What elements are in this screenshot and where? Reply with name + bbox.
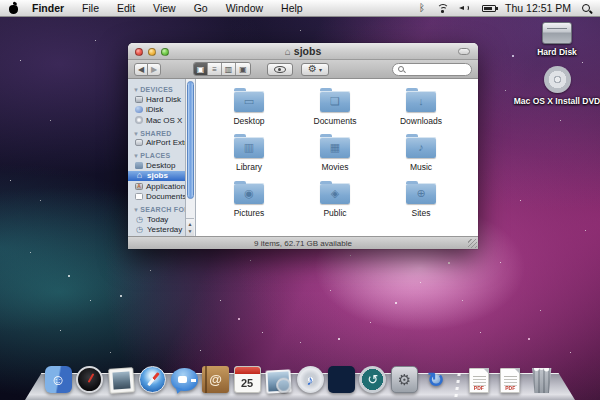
desktop-icon-label: Hard Disk — [537, 47, 577, 57]
dock-item-time-machine[interactable]: ↺ — [359, 365, 387, 393]
sidebar-item-desktop[interactable]: Desktop — [132, 160, 185, 171]
dock-item-mail[interactable] — [107, 365, 135, 393]
clock-icon: ◷ — [135, 225, 144, 234]
dock-item-itunes[interactable]: ♪ — [296, 365, 324, 393]
sidebar-section-places[interactable]: ▼PLACES — [133, 152, 185, 159]
apple-menu-icon[interactable] — [8, 2, 19, 14]
dock-item-safari[interactable] — [139, 365, 167, 393]
menu-view[interactable]: View — [144, 2, 185, 14]
dock-item-pdf-document-2[interactable]: PDF — [496, 365, 524, 393]
column-view-button[interactable]: ▥ — [222, 63, 236, 75]
dock-item-address-book[interactable]: @ — [202, 365, 230, 393]
folder-music[interactable]: ♪Music — [378, 131, 464, 177]
desktop-icon-hard-disk[interactable]: Hard Disk — [537, 22, 577, 57]
ical-calendar-icon: 25 — [234, 366, 261, 393]
search-input[interactable] — [392, 63, 472, 76]
scrollbar-thumb[interactable] — [187, 81, 194, 199]
status-text: 9 items, 62.71 GB available — [254, 239, 352, 248]
airport-icon — [135, 139, 143, 146]
title-bar[interactable]: ⌂ sjobs — [128, 43, 478, 60]
search-icon — [397, 65, 405, 73]
dock-item-ical[interactable]: 25 — [233, 365, 261, 393]
section-title: PLACES — [140, 152, 170, 159]
forward-button[interactable]: ▶ — [147, 63, 161, 76]
finder-icon: ☺ — [45, 366, 72, 393]
dock-item-ichat[interactable] — [170, 365, 198, 393]
dock-item-finder[interactable]: ☺ — [44, 365, 72, 393]
minimize-button[interactable] — [148, 48, 156, 56]
wifi-icon[interactable] — [436, 4, 448, 13]
pdf-label: PDF — [474, 385, 484, 391]
sidebar-section-devices[interactable]: ▼DEVICES — [133, 86, 185, 93]
resize-grip[interactable] — [468, 239, 477, 248]
sidebar-item-label: Applications — [146, 182, 186, 191]
bluetooth-icon[interactable]: ᛒ — [419, 3, 425, 13]
sidebar-item-idisk[interactable]: iDisk — [132, 105, 185, 116]
sidebar-item-install-dvd[interactable]: Mac OS X I... — [132, 115, 185, 126]
trash-basket-icon — [530, 367, 554, 393]
disclosure-triangle-icon: ▼ — [133, 87, 139, 93]
volume-icon[interactable] — [459, 4, 471, 13]
back-button[interactable]: ◀ — [134, 63, 148, 76]
folder-library[interactable]: ▥Library — [206, 131, 292, 177]
dock-item-trash[interactable] — [528, 365, 556, 393]
desktop-icon-install-dvd[interactable]: Mac OS X Install DVD — [514, 66, 600, 106]
itunes-disc-icon: ♪ — [297, 366, 324, 393]
scroll-up-icon[interactable]: ▲ — [188, 221, 193, 228]
folder-downloads[interactable]: ↓Downloads — [378, 85, 464, 131]
zoom-button[interactable] — [161, 48, 169, 56]
dock-item-dashboard[interactable] — [76, 365, 104, 393]
folder-desktop[interactable]: ▭Desktop — [206, 85, 292, 131]
sidebar-item-label: Yesterday — [147, 225, 182, 234]
list-view-button[interactable]: ≡ — [208, 63, 222, 75]
folder-movies[interactable]: ▦Movies — [292, 131, 378, 177]
sidebar-scrollbar[interactable]: ▲▼ — [186, 79, 196, 236]
toolbar: ◀ ▶ ▣ ≡ ▥ ▣ ⚙ ▾ — [128, 60, 478, 79]
pdf-label: PDF — [505, 385, 515, 391]
globe-glyph-icon: ⊕ — [416, 188, 425, 199]
sidebar-item-applications[interactable]: AApplications — [132, 181, 185, 192]
battery-icon[interactable] — [482, 5, 496, 12]
sidebar-item-airport-extreme[interactable]: AirPort Extreme — [132, 138, 185, 149]
coverflow-view-button[interactable]: ▣ — [236, 63, 250, 75]
folder-icon: ◈ — [320, 183, 350, 204]
menu-window[interactable]: Window — [217, 2, 272, 14]
dock: ☺ @ 25 ♪ ↺ ⚙ ↻ PDF PDF — [25, 356, 575, 400]
film-glyph-icon: ▦ — [330, 142, 340, 153]
sidebar-section-search-for[interactable]: ▼SEARCH FOR — [133, 206, 185, 213]
scrollbar-arrows[interactable]: ▲▼ — [186, 218, 194, 236]
toolbar-toggle-button[interactable] — [458, 48, 470, 55]
menu-clock[interactable]: Thu 12:51 PM — [505, 2, 571, 14]
sidebar-item-documents[interactable]: Documents — [132, 192, 185, 203]
folder-documents[interactable]: ❏Documents — [292, 85, 378, 131]
sidebar-item-today[interactable]: ◷Today — [132, 214, 185, 225]
spotlight-icon[interactable] — [581, 3, 592, 14]
menu-finder[interactable]: Finder — [32, 2, 73, 14]
sidebar-item-hard-disk[interactable]: Hard Disk — [132, 94, 185, 105]
dock-item-system-preferences[interactable]: ⚙ — [390, 365, 418, 393]
dock-item-software-update[interactable]: ↻ — [422, 365, 450, 393]
menu-bar: Finder File Edit View Go Window Help ᛒ T… — [0, 0, 600, 17]
sidebar-section-shared[interactable]: ▼SHARED — [133, 130, 185, 137]
sidebar-item-yesterday[interactable]: ◷Yesterday — [132, 225, 185, 236]
dock-item-spaces[interactable] — [327, 365, 355, 393]
menu-go[interactable]: Go — [185, 2, 217, 14]
hard-disk-icon — [135, 96, 143, 103]
folder-public[interactable]: ◈Public — [292, 178, 378, 224]
folder-pictures[interactable]: ◉Pictures — [206, 178, 292, 224]
dock-item-preview[interactable] — [265, 365, 293, 393]
menu-edit[interactable]: Edit — [108, 2, 144, 14]
menu-file[interactable]: File — [73, 2, 108, 14]
quicklook-button[interactable] — [267, 63, 293, 76]
menu-help[interactable]: Help — [272, 2, 312, 14]
icon-view-button[interactable]: ▣ — [194, 63, 208, 75]
close-button[interactable] — [135, 48, 143, 56]
scroll-down-icon[interactable]: ▼ — [188, 228, 193, 235]
action-button[interactable]: ⚙ ▾ — [301, 63, 329, 76]
quicklook-eye-icon — [274, 66, 286, 73]
sidebar-item-sjobs[interactable]: ⌂sjobs — [128, 171, 185, 182]
dock-item-pdf-document-1[interactable]: PDF — [465, 365, 493, 393]
folder-sites[interactable]: ⊕Sites — [378, 178, 464, 224]
action-gear-icon: ⚙ — [308, 64, 317, 74]
mail-stamp-icon — [108, 367, 135, 394]
